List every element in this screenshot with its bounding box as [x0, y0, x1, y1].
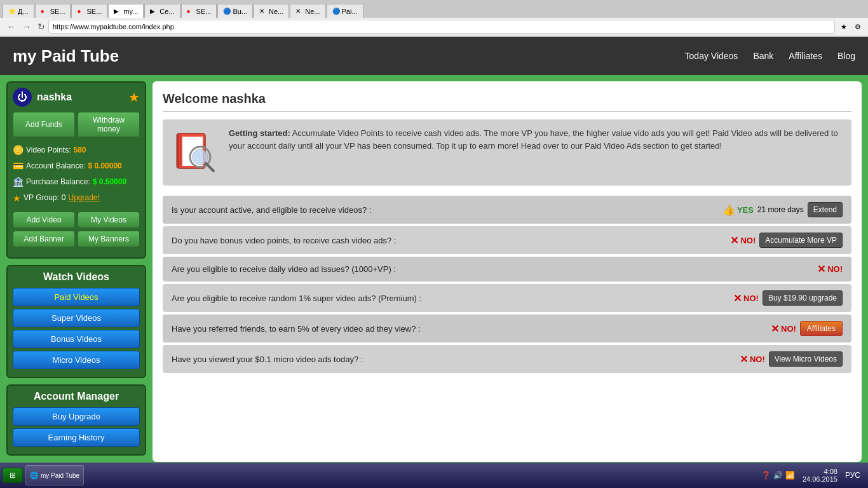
status-question-2: Are you eligible to receive daily video … — [172, 264, 817, 274]
tab-5[interactable]: ▶Се... — [144, 4, 180, 18]
profile-stats: 🪙 Video Points: 580 💳 Account Balance: $… — [13, 142, 140, 207]
thumb-up-icon: 👍 — [722, 204, 735, 216]
nav-bank[interactable]: Bank — [753, 51, 773, 61]
bonus-videos-button[interactable]: Bonus Videos — [13, 330, 140, 348]
toolbar-icons: ★ ⚙ — [837, 20, 864, 33]
taskbar-right: ❓ 🔊 📶 4:08 24.06.2015 РУС — [756, 468, 865, 468]
action-btn-5[interactable]: View Micro Videos — [769, 351, 843, 367]
status-row-2: Are you eligible to receive daily video … — [163, 257, 851, 281]
add-funds-button[interactable]: Add Funds — [13, 112, 75, 137]
tab-bar: ⭐Д... ●SE... ●SE... ▶my... ▶Се... ●SE...… — [0, 0, 868, 18]
profile-username: nashka — [37, 92, 123, 103]
action-btn-4[interactable]: Affiliates — [800, 321, 843, 336]
my-videos-button[interactable]: My Videos — [78, 212, 140, 228]
tab-3[interactable]: ●SE... — [71, 4, 107, 18]
address-input[interactable] — [48, 20, 835, 34]
taskbar: ⊞ 🌐 my Paid Tube ❓ 🔊 📶 4:08 24.06.2015 Р… — [0, 463, 868, 468]
purchase-balance-value: $ 0.50000 — [93, 175, 126, 189]
status-row-0: Is your account active, and eligible to … — [163, 196, 851, 224]
purchase-balance-row: 🏦 Purchase Balance: $ 0.50000 — [13, 174, 140, 190]
welcome-title: Welcome nashka — [163, 92, 851, 112]
earning-history-button[interactable]: Earning History — [13, 428, 140, 447]
info-banner: Getting started: Accumulate Video Points… — [163, 119, 851, 186]
taskbar-clock: 4:08 24.06.2015 — [797, 468, 843, 468]
action-btn-0[interactable]: Extend — [808, 202, 843, 217]
nav-blog[interactable]: Blog — [837, 51, 855, 61]
buy-upgrade-button[interactable]: Buy Upgrade — [13, 407, 140, 426]
info-text: Getting started: Accumulate Video Points… — [229, 127, 844, 152]
action-btn-3[interactable]: Buy $19.90 upgrade — [763, 290, 843, 306]
x-icon-2: ✕ — [817, 263, 825, 275]
add-banner-button[interactable]: Add Banner — [13, 231, 75, 247]
address-bar: ← → ↻ ★ ⚙ — [0, 18, 868, 36]
back-button[interactable]: ← — [4, 20, 19, 33]
watch-videos-title: Watch Videos — [13, 271, 140, 283]
tab-8[interactable]: ✕Ne... — [254, 4, 289, 18]
status-rows-container: Is your account active, and eligible to … — [163, 196, 851, 373]
status-answer-0: 👍 YES21 more daysExtend — [722, 202, 843, 217]
profile-header: ⏻ nashka ★ — [13, 88, 140, 107]
site-nav: Today Videos Bank Affiliates Blog — [685, 51, 855, 61]
video-btn-row: Add Video My Videos — [13, 212, 140, 228]
watch-videos-section: Watch Videos Paid Videos Super Videos Bo… — [6, 265, 146, 378]
upgrade-link[interactable]: Upgrade! — [69, 191, 100, 205]
status-answer-5: ✕NO!View Micro Videos — [740, 351, 843, 367]
status-extra-0: 21 more days — [757, 205, 804, 214]
paid-videos-button[interactable]: Paid Videos — [13, 288, 140, 306]
tab-10[interactable]: 🔵Pai... — [327, 4, 363, 18]
account-manager-title: Account Manager — [13, 391, 140, 402]
my-banners-button[interactable]: My Banners — [78, 231, 140, 247]
action-btn-1[interactable]: Accumulate More VP — [759, 233, 843, 248]
account-manager-section: Account Manager Buy Upgrade Earning Hist… — [6, 384, 146, 456]
status-question-0: Is your account active, and eligible to … — [172, 205, 722, 215]
vp-group-value: 0 — [62, 191, 66, 205]
reload-button[interactable]: ↻ — [34, 20, 48, 33]
bookmark-icon[interactable]: ★ — [837, 20, 850, 33]
add-video-button[interactable]: Add Video — [13, 212, 75, 228]
status-row-4: Have you referred friends, to earn 5% of… — [163, 315, 851, 342]
tab-4-active[interactable]: ▶my... — [108, 4, 144, 18]
svg-line-6 — [206, 163, 214, 171]
account-balance-value: $ 0.00000 — [88, 159, 121, 173]
vp-star-icon: ★ — [13, 191, 21, 207]
tab-2[interactable]: ●SE... — [35, 4, 71, 18]
micro-videos-button[interactable]: Micro Videos — [13, 351, 140, 369]
start-button[interactable]: ⊞ — [3, 468, 23, 468]
vp-group-label: VP Group: — [24, 191, 59, 205]
banner-btn-row: Add Banner My Banners — [13, 231, 140, 247]
taskbar-item-browser[interactable]: 🌐 my Paid Tube — [25, 465, 84, 468]
account-balance-label: Account Balance: — [26, 159, 85, 173]
nav-affiliates[interactable]: Affiliates — [789, 51, 822, 61]
yes-badge-0: 👍 YES — [722, 204, 754, 216]
info-text-body: Accumulate Video Points to receive cash … — [229, 128, 838, 151]
tab-7[interactable]: 🔵Bu... — [217, 4, 253, 18]
tab-6[interactable]: ●SE... — [181, 4, 217, 18]
wallet-icon: 💳 — [13, 158, 24, 174]
coins-icon: 🪙 — [13, 142, 24, 158]
info-text-bold: Getting started: — [229, 128, 290, 138]
forward-button[interactable]: → — [19, 20, 34, 33]
site-header: my Paid Tube Today Videos Bank Affiliate… — [0, 37, 868, 75]
status-question-1: Do you have bonus video points, to recei… — [172, 236, 730, 245]
status-row-1: Do you have bonus video points, to recei… — [163, 226, 851, 254]
no-badge-2: ✕NO! — [817, 263, 843, 275]
tab-9[interactable]: ✕Ne... — [290, 4, 325, 18]
book-svg-icon — [173, 130, 218, 175]
nav-today-videos[interactable]: Today Videos — [685, 51, 738, 61]
no-badge-4: ✕NO! — [771, 323, 796, 335]
clock-time: 4:08 — [803, 468, 837, 468]
video-points-label: Video Points: — [26, 144, 71, 158]
main-layout: ⏻ nashka ★ Add Funds Withdraw money 🪙 Vi… — [0, 75, 868, 468]
x-icon-4: ✕ — [771, 323, 779, 335]
withdraw-money-button[interactable]: Withdraw money — [78, 112, 140, 137]
status-question-4: Have you referred friends, to earn 5% of… — [172, 324, 771, 334]
sidebar: ⏻ nashka ★ Add Funds Withdraw money 🪙 Vi… — [6, 81, 146, 462]
taskbar-items: 🌐 my Paid Tube — [25, 465, 756, 468]
settings-icon[interactable]: ⚙ — [851, 20, 864, 33]
tab-1[interactable]: ⭐Д... — [3, 4, 34, 18]
book-image — [170, 127, 221, 178]
svg-rect-2 — [180, 135, 181, 166]
main-content: Welcome nashka — [153, 81, 862, 462]
super-videos-button[interactable]: Super Videos — [13, 309, 140, 327]
status-answer-4: ✕NO!Affiliates — [771, 321, 843, 336]
